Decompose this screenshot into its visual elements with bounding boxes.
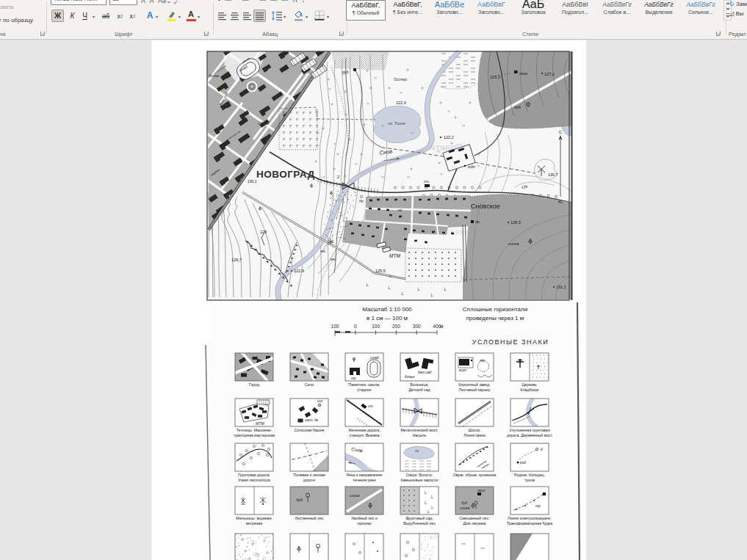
svg-text:станция. Выемка: станция. Выемка <box>349 433 379 437</box>
svg-text:Церковь.: Церковь. <box>522 382 538 387</box>
svg-text:скот. дв.: скот. дв. <box>305 418 319 422</box>
svg-text:Сплошные горизонтали: Сплошные горизонтали <box>463 306 527 313</box>
svg-text:Грунтовая дорога.: Грунтовая дорога. <box>238 473 270 477</box>
svg-text:300: 300 <box>413 324 421 329</box>
svg-text:тракторная мастерская: тракторная мастерская <box>234 433 275 437</box>
svg-text:кирп.: кирп. <box>459 368 467 372</box>
svg-text:Озеро. Болото.: Озеро. Болото. <box>406 473 433 477</box>
svg-text:дуб: дуб <box>296 498 303 502</box>
svg-text:100: 100 <box>331 324 339 329</box>
svg-text:в 1 см — 100 м: в 1 см — 100 м <box>367 315 408 321</box>
svg-text:200: 200 <box>392 324 400 329</box>
svg-text:L: L <box>431 505 433 509</box>
svg-text:Овраг, обрыв, промоина: Овраг, обрыв, промоина <box>453 473 497 477</box>
svg-text:тропа: тропа <box>524 478 535 482</box>
svg-text:дорога. Деревянный мост: дорога. Деревянный мост <box>507 433 553 437</box>
svg-text:Песчаный карьер: Песчаный карьер <box>459 388 490 392</box>
svg-text:проведены через 1 м: проведены через 1 м <box>466 315 524 321</box>
svg-text:Больница.: Больница. <box>411 382 429 387</box>
svg-text:оз.: оз. <box>415 449 419 453</box>
svg-text:м: м <box>440 324 444 329</box>
svg-text:сосна: сосна <box>460 506 470 510</box>
svg-text:Железная дорога,: Железная дорога, <box>348 428 380 432</box>
svg-text:Кирпичный завод.: Кирпичный завод. <box>458 382 490 387</box>
svg-text:лесн.: лесн. <box>477 489 486 492</box>
svg-text:Мельницы: водяная,: Мельницы: водяная, <box>236 516 272 520</box>
svg-text:Металлический мост.: Металлический мост. <box>400 428 438 432</box>
svg-text:Город: Город <box>249 382 259 387</box>
svg-text:Линия связи: Линия связи <box>463 433 486 437</box>
svg-text:L: L <box>425 490 427 495</box>
svg-text:Дом лесника: Дом лесника <box>463 521 486 526</box>
svg-text:род.: род. <box>519 461 527 465</box>
svg-text:Родник. Колодец,: Родник. Колодец, <box>514 473 545 477</box>
svg-text:L: L <box>425 501 427 505</box>
svg-text:Кладбище: Кладбище <box>521 388 539 392</box>
svg-text:L: L <box>427 509 430 514</box>
svg-text:течения реки: течения реки <box>353 478 376 482</box>
svg-text:УСЛОВНЫЕ ЗНАКИ: УСЛОВНЫЕ ЗНАКИ <box>472 338 549 346</box>
svg-text:Силосная башня: Силосная башня <box>295 428 325 432</box>
svg-text:Лиственный лес: Лиственный лес <box>295 516 324 520</box>
svg-text:дуб: дуб <box>461 501 467 505</box>
svg-text:Улучшенная грунтовая: Улучшенная грунтовая <box>510 428 550 432</box>
svg-text:ветряная: ветряная <box>246 521 262 526</box>
svg-text:Река и направление: Река и направление <box>347 473 383 477</box>
svg-text:Смешанный лес.: Смешанный лес. <box>460 516 490 520</box>
svg-text:Вырубленный лес: Вырубленный лес <box>403 521 436 526</box>
svg-text:просеки: просеки <box>357 521 371 526</box>
svg-text:Узкая лесополоса: Узкая лесополоса <box>238 478 270 482</box>
svg-text:ст.: ст. <box>368 404 374 408</box>
svg-text:Линия электропередачи.: Линия электропередачи. <box>508 516 551 520</box>
svg-text:Полевая и лесная: Полевая и лесная <box>293 473 325 477</box>
svg-text:100: 100 <box>372 324 380 329</box>
svg-text:сосна: сосна <box>350 493 360 498</box>
svg-text:больн.: больн. <box>405 375 415 379</box>
svg-text:Теплицы. Машинно-: Теплицы. Машинно- <box>237 428 273 432</box>
svg-text:Хвойный лес и: Хвойный лес и <box>351 516 378 520</box>
svg-text:L: L <box>431 495 433 499</box>
svg-text:МТМ: МТМ <box>256 421 265 426</box>
svg-text:0: 0 <box>354 324 357 329</box>
svg-text:Насыпь: Насыпь <box>413 433 427 437</box>
svg-text:тр.: тр. <box>535 504 541 508</box>
svg-text:Масштаб 1:10 000: Масштаб 1:10 000 <box>362 306 412 313</box>
svg-text:дет.сад: дет.сад <box>418 371 432 374</box>
svg-text:Шоссе.: Шоссе. <box>468 428 480 432</box>
svg-text:Памятник, школа,: Памятник, школа, <box>349 382 380 387</box>
svg-text:шк.: шк. <box>351 377 357 380</box>
svg-text:Детский сад: Детский сад <box>408 388 430 392</box>
svg-text:Фруктовый сад.: Фруктовый сад. <box>405 516 433 520</box>
svg-text:Село: Село <box>305 382 314 387</box>
svg-text:Камышовые заросли: Камышовые заросли <box>401 478 439 482</box>
svg-text:сил.: сил. <box>317 399 324 403</box>
svg-text:дороги: дороги <box>303 478 316 482</box>
svg-text:Трансформаторная будка: Трансформаторная будка <box>507 521 552 526</box>
svg-text:стадион: стадион <box>357 388 372 392</box>
svg-text:пес.: пес. <box>480 359 486 363</box>
svg-text:стад.: стад. <box>370 356 380 360</box>
